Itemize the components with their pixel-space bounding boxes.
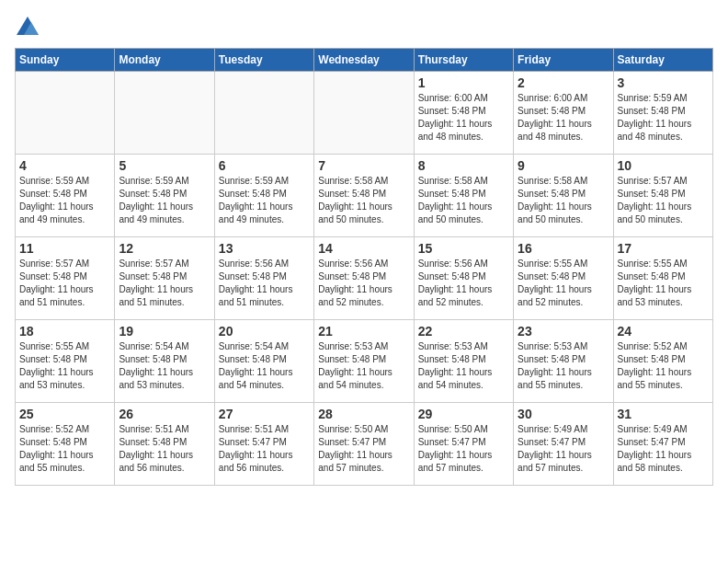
day-info: Sunrise: 5:49 AMSunset: 5:47 PMDaylight:… bbox=[518, 423, 609, 475]
day-info: Sunrise: 5:56 AMSunset: 5:48 PMDaylight:… bbox=[418, 258, 509, 309]
day-number: 15 bbox=[418, 241, 509, 256]
day-number: 6 bbox=[219, 158, 310, 173]
logo bbox=[15, 15, 44, 40]
calendar-day-cell: 22Sunrise: 5:53 AMSunset: 5:48 PMDayligh… bbox=[414, 320, 513, 403]
calendar-day-cell: 7Sunrise: 5:58 AMSunset: 5:48 PMDaylight… bbox=[314, 155, 414, 237]
day-info: Sunrise: 5:58 AMSunset: 5:48 PMDaylight:… bbox=[318, 175, 409, 226]
day-of-week-header: Thursday bbox=[414, 49, 513, 72]
day-number: 22 bbox=[418, 324, 509, 339]
day-number: 19 bbox=[119, 324, 210, 339]
day-info: Sunrise: 5:55 AMSunset: 5:48 PMDaylight:… bbox=[618, 258, 709, 309]
calendar-day-cell: 8Sunrise: 5:58 AMSunset: 5:48 PMDaylight… bbox=[414, 155, 513, 237]
day-number: 3 bbox=[618, 75, 709, 90]
day-number: 31 bbox=[618, 407, 709, 421]
day-number: 11 bbox=[19, 241, 110, 256]
day-of-week-header: Wednesday bbox=[314, 49, 414, 72]
day-number: 27 bbox=[219, 407, 310, 421]
day-info: Sunrise: 5:53 AMSunset: 5:48 PMDaylight:… bbox=[418, 340, 509, 392]
day-number: 7 bbox=[318, 158, 409, 173]
calendar-day-cell: 19Sunrise: 5:54 AMSunset: 5:48 PMDayligh… bbox=[115, 320, 214, 403]
day-number: 12 bbox=[119, 241, 210, 256]
day-of-week-header: Tuesday bbox=[214, 49, 313, 72]
calendar-day-cell: 1Sunrise: 6:00 AMSunset: 5:48 PMDaylight… bbox=[414, 72, 513, 155]
day-info: Sunrise: 5:56 AMSunset: 5:48 PMDaylight:… bbox=[318, 258, 409, 309]
day-info: Sunrise: 5:59 AMSunset: 5:48 PMDaylight:… bbox=[119, 175, 210, 226]
day-info: Sunrise: 5:55 AMSunset: 5:48 PMDaylight:… bbox=[19, 340, 110, 392]
day-info: Sunrise: 5:58 AMSunset: 5:48 PMDaylight:… bbox=[518, 175, 609, 226]
day-info: Sunrise: 5:51 AMSunset: 5:47 PMDaylight:… bbox=[219, 423, 310, 475]
day-info: Sunrise: 5:55 AMSunset: 5:48 PMDaylight:… bbox=[518, 258, 609, 309]
page-header bbox=[15, 15, 713, 40]
day-of-week-header: Saturday bbox=[613, 49, 712, 72]
calendar-header-row: SundayMondayTuesdayWednesdayThursdayFrid… bbox=[16, 49, 713, 72]
calendar-week-row: 1Sunrise: 6:00 AMSunset: 5:48 PMDaylight… bbox=[16, 72, 713, 155]
day-number: 17 bbox=[618, 241, 709, 256]
calendar-day-cell: 26Sunrise: 5:51 AMSunset: 5:48 PMDayligh… bbox=[115, 403, 214, 486]
day-number: 10 bbox=[618, 158, 709, 173]
calendar-day-cell: 28Sunrise: 5:50 AMSunset: 5:47 PMDayligh… bbox=[314, 403, 414, 486]
calendar-day-cell: 3Sunrise: 5:59 AMSunset: 5:48 PMDaylight… bbox=[613, 72, 712, 155]
day-number: 20 bbox=[219, 324, 310, 339]
calendar-week-row: 25Sunrise: 5:52 AMSunset: 5:48 PMDayligh… bbox=[16, 403, 713, 486]
day-info: Sunrise: 6:00 AMSunset: 5:48 PMDaylight:… bbox=[518, 92, 609, 144]
calendar-day-cell: 18Sunrise: 5:55 AMSunset: 5:48 PMDayligh… bbox=[16, 320, 115, 403]
day-info: Sunrise: 5:52 AMSunset: 5:48 PMDaylight:… bbox=[618, 340, 709, 392]
calendar-day-cell: 30Sunrise: 5:49 AMSunset: 5:47 PMDayligh… bbox=[514, 403, 613, 486]
day-number: 9 bbox=[518, 158, 609, 173]
calendar-week-row: 11Sunrise: 5:57 AMSunset: 5:48 PMDayligh… bbox=[16, 237, 713, 320]
calendar-day-cell: 2Sunrise: 6:00 AMSunset: 5:48 PMDaylight… bbox=[514, 72, 613, 155]
calendar-week-row: 18Sunrise: 5:55 AMSunset: 5:48 PMDayligh… bbox=[16, 320, 713, 403]
day-number: 14 bbox=[318, 241, 409, 256]
day-number: 18 bbox=[19, 324, 110, 339]
calendar-day-cell: 12Sunrise: 5:57 AMSunset: 5:48 PMDayligh… bbox=[115, 237, 214, 320]
calendar-day-cell: 20Sunrise: 5:54 AMSunset: 5:48 PMDayligh… bbox=[214, 320, 313, 403]
day-info: Sunrise: 5:59 AMSunset: 5:48 PMDaylight:… bbox=[618, 92, 709, 144]
calendar-table: SundayMondayTuesdayWednesdayThursdayFrid… bbox=[15, 48, 713, 486]
calendar-day-cell: 17Sunrise: 5:55 AMSunset: 5:48 PMDayligh… bbox=[613, 237, 712, 320]
calendar-day-cell: 16Sunrise: 5:55 AMSunset: 5:48 PMDayligh… bbox=[514, 237, 613, 320]
day-number: 24 bbox=[618, 324, 709, 339]
day-info: Sunrise: 5:54 AMSunset: 5:48 PMDaylight:… bbox=[119, 340, 210, 392]
day-number: 29 bbox=[418, 407, 509, 421]
calendar-day-cell: 23Sunrise: 5:53 AMSunset: 5:48 PMDayligh… bbox=[514, 320, 613, 403]
day-number: 1 bbox=[418, 75, 509, 90]
calendar-day-cell bbox=[115, 72, 214, 155]
calendar-day-cell bbox=[314, 72, 414, 155]
day-number: 2 bbox=[518, 75, 609, 90]
calendar-day-cell: 15Sunrise: 5:56 AMSunset: 5:48 PMDayligh… bbox=[414, 237, 513, 320]
day-info: Sunrise: 5:59 AMSunset: 5:48 PMDaylight:… bbox=[19, 175, 110, 226]
day-number: 26 bbox=[119, 407, 210, 421]
day-info: Sunrise: 5:56 AMSunset: 5:48 PMDaylight:… bbox=[219, 258, 310, 309]
calendar-day-cell: 21Sunrise: 5:53 AMSunset: 5:48 PMDayligh… bbox=[314, 320, 414, 403]
day-info: Sunrise: 5:50 AMSunset: 5:47 PMDaylight:… bbox=[418, 423, 509, 475]
day-info: Sunrise: 5:51 AMSunset: 5:48 PMDaylight:… bbox=[119, 423, 210, 475]
day-number: 8 bbox=[418, 158, 509, 173]
day-info: Sunrise: 6:00 AMSunset: 5:48 PMDaylight:… bbox=[418, 92, 509, 144]
calendar-day-cell: 14Sunrise: 5:56 AMSunset: 5:48 PMDayligh… bbox=[314, 237, 414, 320]
day-info: Sunrise: 5:50 AMSunset: 5:47 PMDaylight:… bbox=[318, 423, 409, 475]
day-number: 30 bbox=[518, 407, 609, 421]
day-number: 16 bbox=[518, 241, 609, 256]
calendar-day-cell: 4Sunrise: 5:59 AMSunset: 5:48 PMDaylight… bbox=[16, 155, 115, 237]
day-info: Sunrise: 5:57 AMSunset: 5:48 PMDaylight:… bbox=[119, 258, 210, 309]
day-info: Sunrise: 5:59 AMSunset: 5:48 PMDaylight:… bbox=[219, 175, 310, 226]
day-info: Sunrise: 5:58 AMSunset: 5:48 PMDaylight:… bbox=[418, 175, 509, 226]
day-info: Sunrise: 5:53 AMSunset: 5:48 PMDaylight:… bbox=[518, 340, 609, 392]
day-number: 28 bbox=[318, 407, 409, 421]
calendar-day-cell bbox=[16, 72, 115, 155]
calendar-day-cell: 29Sunrise: 5:50 AMSunset: 5:47 PMDayligh… bbox=[414, 403, 513, 486]
day-of-week-header: Sunday bbox=[16, 49, 115, 72]
calendar-day-cell: 13Sunrise: 5:56 AMSunset: 5:48 PMDayligh… bbox=[214, 237, 313, 320]
calendar-day-cell: 5Sunrise: 5:59 AMSunset: 5:48 PMDaylight… bbox=[115, 155, 214, 237]
day-of-week-header: Monday bbox=[115, 49, 214, 72]
logo-icon bbox=[15, 15, 40, 40]
calendar-day-cell: 24Sunrise: 5:52 AMSunset: 5:48 PMDayligh… bbox=[613, 320, 712, 403]
day-info: Sunrise: 5:53 AMSunset: 5:48 PMDaylight:… bbox=[318, 340, 409, 392]
calendar-day-cell: 10Sunrise: 5:57 AMSunset: 5:48 PMDayligh… bbox=[613, 155, 712, 237]
calendar-day-cell: 25Sunrise: 5:52 AMSunset: 5:48 PMDayligh… bbox=[16, 403, 115, 486]
calendar-day-cell: 27Sunrise: 5:51 AMSunset: 5:47 PMDayligh… bbox=[214, 403, 313, 486]
day-number: 13 bbox=[219, 241, 310, 256]
day-info: Sunrise: 5:57 AMSunset: 5:48 PMDaylight:… bbox=[618, 175, 709, 226]
calendar-day-cell: 6Sunrise: 5:59 AMSunset: 5:48 PMDaylight… bbox=[214, 155, 313, 237]
day-of-week-header: Friday bbox=[514, 49, 613, 72]
